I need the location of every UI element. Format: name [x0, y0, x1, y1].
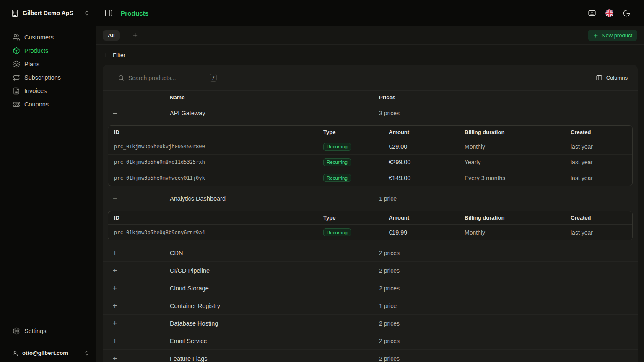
price-type-badge: Recurring: [323, 158, 351, 166]
table-header: Name Prices: [103, 91, 638, 104]
product-row[interactable]: + Feature Flags 2 prices: [103, 350, 638, 362]
expand-toggle[interactable]: +: [110, 354, 120, 362]
user-menu[interactable]: otto@gilbert.com: [0, 344, 96, 362]
sidebar: Gilbert Demo ApS Customers Products Plan…: [0, 0, 96, 362]
theme-toggle-button[interactable]: [621, 8, 631, 18]
add-view-button[interactable]: [130, 31, 141, 40]
price-col-type: Type: [323, 129, 389, 135]
expander-cell: +: [103, 248, 170, 258]
layers-icon: [13, 60, 20, 68]
price-row[interactable]: prc_01kjmw3p5he0kvjh005459r800 Recurring…: [108, 139, 632, 155]
building-icon: [11, 9, 19, 17]
search-icon: [118, 75, 125, 81]
expand-toggle[interactable]: +: [110, 301, 120, 311]
price-table-body: prc_01kjmw3p5he0kvjh005459r800 Recurring…: [108, 139, 632, 186]
price-type-cell: Recurring: [323, 174, 389, 182]
filter-bar: Filter: [96, 45, 644, 65]
org-switcher[interactable]: Gilbert Demo ApS: [0, 0, 96, 26]
price-table: ID Type Amount Billing duration Created …: [108, 125, 633, 186]
sidebar-item-settings[interactable]: Settings: [0, 324, 96, 338]
sidebar-item-products[interactable]: Products: [0, 44, 96, 57]
product-name: Database Hosting: [170, 320, 379, 327]
sidebar-item-label: Products: [24, 47, 48, 54]
chevron-updown-icon: [84, 10, 90, 16]
search-box: /: [118, 74, 217, 82]
tab-all[interactable]: All: [103, 30, 120, 41]
product-name: Cloud Storage: [170, 285, 379, 292]
sidebar-item-subscriptions[interactable]: Subscriptions: [0, 71, 96, 84]
columns-button[interactable]: Columns: [596, 75, 628, 81]
table-toolbar: / Columns: [103, 65, 638, 91]
price-col-id: ID: [108, 215, 323, 221]
sidebar-footer: Settings: [0, 324, 96, 344]
price-type-cell: Recurring: [323, 142, 389, 151]
product-name: CDN: [170, 250, 379, 256]
add-filter-button[interactable]: Filter: [103, 52, 125, 58]
product-name: API Gateway: [170, 110, 379, 116]
users-icon: [13, 34, 20, 41]
price-id: prc_01kjmw3p5he0q8b9gny6rnr9a4: [108, 230, 323, 235]
sidebar-collapse-button[interactable]: [103, 7, 114, 19]
price-table-header: ID Type Amount Billing duration Created: [108, 126, 632, 139]
product-row[interactable]: + Email Service 2 prices: [103, 332, 638, 350]
expand-toggle[interactable]: −: [110, 194, 120, 204]
sidebar-item-invoices[interactable]: Invoices: [0, 84, 96, 98]
keyboard-shortcuts-button[interactable]: [587, 8, 597, 18]
price-row[interactable]: prc_01kjmw3p5he0m8xd11d5325rxh Recurring…: [108, 155, 632, 170]
new-product-button[interactable]: New product: [588, 30, 637, 41]
sidebar-item-plans[interactable]: Plans: [0, 57, 96, 71]
price-billing-duration: Monthly: [465, 229, 571, 236]
expander-cell: +: [103, 336, 170, 346]
expand-toggle[interactable]: −: [110, 108, 120, 118]
product-prices-count: 2 prices: [379, 250, 638, 256]
name-column-header: Name: [170, 94, 379, 101]
product-row[interactable]: − Analytics Dashboard 1 price: [103, 190, 638, 207]
sidebar-item-label: Settings: [24, 328, 46, 334]
plus-icon: [103, 52, 109, 58]
expander-cell: +: [103, 318, 170, 328]
product-rows: − API Gateway 3 prices ID Type Amount Bi…: [103, 104, 638, 362]
filter-label: Filter: [113, 52, 125, 58]
price-billing-duration: Yearly: [465, 159, 571, 165]
product-row[interactable]: + CDN 2 prices: [103, 244, 638, 262]
expander-cell: +: [103, 301, 170, 311]
price-row[interactable]: prc_01kjmw3p5he0q8b9gny6rnr9a4 Recurring…: [108, 225, 632, 240]
price-col-type: Type: [323, 215, 389, 221]
sidebar-item-label: Subscriptions: [24, 74, 61, 81]
expand-toggle[interactable]: +: [110, 248, 120, 258]
sidebar-item-coupons[interactable]: Coupons: [0, 98, 96, 111]
language-button[interactable]: [604, 8, 614, 18]
product-row[interactable]: + Cloud Storage 2 prices: [103, 279, 638, 297]
new-product-label: New product: [602, 32, 632, 39]
price-table: ID Type Amount Billing duration Created …: [108, 211, 633, 240]
sidebar-item-label: Invoices: [24, 88, 47, 94]
product-row[interactable]: + CI/CD Pipeline 2 prices: [103, 262, 638, 279]
expand-toggle[interactable]: +: [110, 318, 120, 328]
price-col-amount: Amount: [389, 129, 465, 135]
price-row[interactable]: prc_01kjmw3p5he0mvhwqey011j0yk Recurring…: [108, 170, 632, 186]
expander-cell: −: [103, 194, 170, 204]
columns-label: Columns: [606, 75, 628, 81]
expand-toggle[interactable]: +: [110, 283, 120, 293]
search-input[interactable]: [128, 75, 191, 81]
tab-divider: [125, 32, 125, 39]
topbar-actions: [587, 8, 631, 18]
product-prices-count: 2 prices: [379, 267, 638, 274]
org-name: Gilbert Demo ApS: [23, 10, 80, 16]
product-row[interactable]: − API Gateway 3 prices: [103, 104, 638, 122]
product-prices-count: 3 prices: [379, 110, 638, 116]
price-created: last year: [571, 229, 632, 236]
price-table-body: prc_01kjmw3p5he0q8b9gny6rnr9a4 Recurring…: [108, 225, 632, 240]
expander-cell: +: [103, 266, 170, 276]
expand-toggle[interactable]: +: [110, 266, 120, 276]
price-col-id: ID: [108, 129, 323, 135]
product-row[interactable]: + Database Hosting 2 prices: [103, 315, 638, 332]
product-row[interactable]: + Container Registry 1 price: [103, 297, 638, 315]
sidebar-item-customers[interactable]: Customers: [0, 31, 96, 44]
gear-icon: [13, 327, 20, 335]
panel-collapse-icon: [104, 9, 113, 17]
price-created: last year: [571, 143, 632, 150]
person-icon: [12, 350, 18, 357]
price-created: last year: [571, 159, 632, 165]
expand-toggle[interactable]: +: [110, 336, 120, 346]
